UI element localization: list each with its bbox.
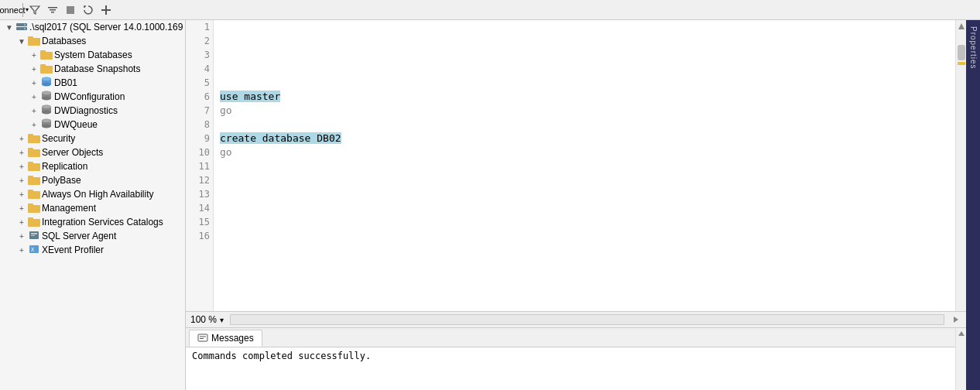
tree-item-db-snapshots[interactable]: + Database Snapshots (0, 62, 185, 76)
tree-item-security[interactable]: + Security (0, 132, 185, 145)
svg-rect-53 (198, 334, 207, 341)
scroll-thumb[interactable] (958, 45, 965, 60)
tree-item-always-on[interactable]: + Always On High Availability (0, 187, 185, 201)
tree-item-dwconfig[interactable]: + DWConfiguration (0, 90, 185, 104)
object-explorer-panel: ▼ .\sql2017 (SQL Server 14.0.1000.169 - … (0, 20, 186, 390)
code-use-master: use master (220, 91, 280, 102)
tree-item-dwqueue[interactable]: + DWQueue (0, 118, 185, 132)
expander-dwqueue[interactable]: + (28, 118, 40, 131)
dwconfig-icon (40, 91, 53, 103)
expander-databases[interactable]: ▼ (15, 35, 28, 47)
expander-always-on[interactable]: + (15, 188, 28, 200)
filter2-button[interactable] (45, 2, 60, 18)
sql-server-agent-icon (28, 230, 40, 242)
output-vertical-scrollbar[interactable] (955, 328, 966, 390)
right-panel: 1 2 3 4 5 6 7 8 9 10 11 12 13 14 15 16 (186, 20, 966, 390)
zoom-dropdown-arrow[interactable]: ▾ (220, 316, 224, 324)
code-line-10: go (220, 145, 949, 159)
tree-item-always-on-label: Always On High Availability (42, 189, 154, 200)
zoom-bar: 100 % ▾ (186, 311, 966, 328)
add-icon (101, 5, 111, 15)
code-line-16 (220, 229, 949, 243)
line-num-1: 1 (186, 20, 213, 34)
svg-rect-47 (31, 233, 37, 234)
expander-system-dbs[interactable]: + (28, 49, 40, 61)
tree-item-management[interactable]: + Management (0, 201, 185, 215)
folder-integration-services-icon (28, 216, 40, 228)
code-line-7: go (220, 104, 949, 118)
svg-rect-33 (28, 134, 33, 137)
svg-rect-3 (67, 6, 74, 14)
tree-item-server[interactable]: ▼ .\sql2017 (SQL Server 14.0.1000.169 - (0, 20, 185, 34)
line-num-2: 2 (186, 34, 213, 48)
code-go-1: go (220, 104, 232, 116)
svg-rect-2 (51, 12, 54, 13)
tree-item-dwdiagnostics[interactable]: + DWDiagnostics (0, 104, 185, 118)
tab-messages[interactable]: Messages (189, 330, 262, 347)
output-content: Commands completed successfully. (186, 347, 955, 390)
expander-db01[interactable]: + (28, 77, 40, 89)
tree-item-databases[interactable]: ▼ Databases (0, 34, 185, 48)
expander-dwconfig[interactable]: + (28, 91, 40, 103)
expander-replication[interactable]: + (15, 160, 28, 173)
output-scroll-up-icon[interactable] (956, 328, 966, 339)
code-line-8 (220, 118, 949, 132)
refresh-button[interactable] (81, 2, 96, 18)
folder-management-icon (28, 202, 40, 214)
properties-strip: Properties (966, 20, 980, 390)
tree-item-db-snapshots-label: Database Snapshots (54, 63, 140, 74)
svg-rect-15 (40, 64, 46, 67)
scroll-up-arrow-icon[interactable] (956, 20, 967, 32)
expander-dwdiagnostics[interactable]: + (28, 104, 40, 117)
code-line-5 (220, 76, 949, 90)
zoom-value: 100 % (190, 314, 217, 325)
tree-item-system-dbs[interactable]: + System Databases (0, 48, 185, 62)
code-line-2 (220, 34, 949, 48)
connect-button[interactable]: Connect ▾ (3, 2, 19, 18)
svg-rect-39 (28, 176, 33, 179)
svg-rect-43 (28, 204, 33, 207)
expander-server[interactable]: ▼ (3, 21, 15, 33)
expander-xevent-profiler[interactable]: + (15, 244, 28, 256)
editor-content[interactable]: use master go create database DB02 go (214, 20, 955, 311)
expander-polybase[interactable]: + (15, 174, 28, 186)
add-button[interactable] (98, 2, 114, 18)
code-create-db: create database DB02 (220, 132, 341, 144)
tree-item-db01[interactable]: + DB01 (0, 76, 185, 90)
tree-item-replication-label: Replication (42, 161, 87, 172)
svg-point-23 (42, 91, 51, 94)
svg-rect-48 (31, 235, 35, 236)
line-num-15: 15 (186, 215, 213, 229)
svg-point-19 (42, 77, 51, 80)
tree-item-integration-services[interactable]: + Integration Services Catalogs (0, 215, 185, 229)
expander-security[interactable]: + (15, 132, 28, 145)
svg-rect-11 (28, 36, 33, 39)
tree-item-server-label: .\sql2017 (SQL Server 14.0.1000.169 - (29, 22, 185, 32)
line-num-7: 7 (186, 104, 213, 118)
tree-item-sql-server-agent[interactable]: + SQL Server Agent (0, 229, 185, 243)
stop-button[interactable] (63, 2, 78, 18)
svg-rect-13 (40, 50, 46, 53)
line-num-11: 11 (186, 159, 213, 173)
tree-item-replication[interactable]: + Replication (0, 159, 185, 173)
main-toolbar: Connect ▾ (0, 0, 980, 20)
expander-server-objects[interactable]: + (15, 146, 28, 159)
hscroll-right-icon[interactable] (951, 314, 961, 325)
filter1-button[interactable] (27, 2, 43, 18)
svg-point-9 (24, 28, 26, 29)
expander-management[interactable]: + (15, 202, 28, 214)
expander-db-snapshots[interactable]: + (28, 63, 40, 75)
tree-item-polybase[interactable]: + PolyBase (0, 173, 185, 187)
code-go-2: go (220, 146, 232, 158)
line-num-8: 8 (186, 118, 213, 132)
expander-sql-server-agent[interactable]: + (15, 230, 28, 242)
tree-item-server-objects[interactable]: + Server Objects (0, 145, 185, 159)
editor-vertical-scrollbar[interactable] (955, 20, 966, 311)
folder-replication-icon (28, 160, 40, 173)
folder-databases-icon (28, 35, 40, 47)
horizontal-scrollbar[interactable] (230, 314, 944, 325)
expander-integration-services[interactable]: + (15, 216, 28, 228)
db01-icon (40, 77, 53, 89)
tree-item-xevent-profiler[interactable]: + X XEvent Profiler (0, 243, 185, 257)
tree-item-sql-server-agent-label: SQL Server Agent (42, 231, 116, 241)
